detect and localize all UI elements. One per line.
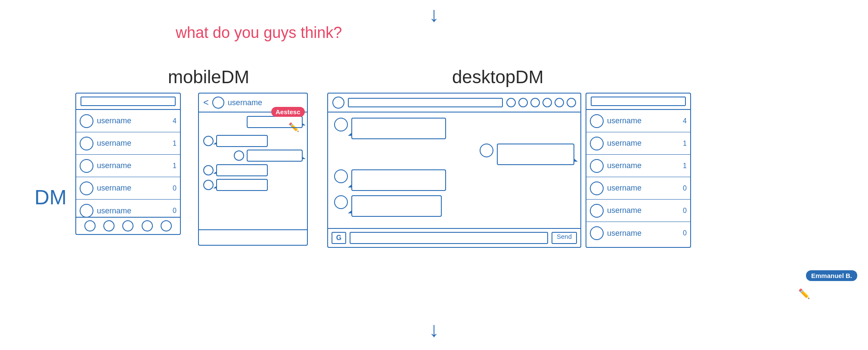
list-item[interactable]: username 1 [586, 155, 690, 177]
username-label: username [607, 184, 678, 193]
avatar [234, 150, 244, 161]
list-item[interactable]: username 4 [586, 110, 690, 132]
avatar [80, 137, 93, 150]
send-button[interactable]: Send [552, 232, 577, 244]
unread-count: 0 [682, 184, 687, 192]
username-label: username [97, 161, 168, 170]
avatar [590, 137, 604, 150]
avatar [590, 181, 604, 195]
message-row [334, 118, 574, 139]
header-icon[interactable] [530, 98, 540, 107]
emmanuel-badge: Emmanuel B. [806, 270, 857, 281]
page: ↓ what do you guys think? mobileDM deskt… [0, 0, 868, 350]
header-icon[interactable] [518, 98, 528, 107]
unread-count: 1 [171, 162, 177, 170]
unread-count: 4 [171, 117, 177, 125]
message-row [203, 135, 303, 147]
avatar [590, 226, 604, 240]
avatar [334, 169, 348, 183]
message-bubble [351, 169, 446, 191]
header-icon[interactable] [506, 98, 516, 107]
list-item[interactable]: username 1 [76, 155, 180, 177]
chat-messages-area: ✏️ [199, 112, 307, 194]
nav-icon[interactable] [142, 220, 153, 231]
list-item[interactable]: username 0 [586, 222, 690, 244]
message-bubble [351, 195, 442, 217]
list-item[interactable]: username 0 [586, 177, 690, 200]
mobile-footer-nav [76, 217, 180, 234]
message-row [203, 150, 303, 162]
message-bubble [247, 150, 303, 162]
unread-count: 1 [682, 162, 687, 170]
nav-icon[interactable] [103, 220, 115, 231]
chat-avatar [212, 97, 224, 109]
avatar [80, 204, 93, 218]
unread-count: 4 [682, 117, 687, 125]
unread-count: 1 [682, 140, 687, 147]
message-bubble [216, 179, 268, 191]
message-bubble [497, 144, 574, 165]
desktop-list-header [586, 94, 690, 110]
chat-input-bar[interactable] [199, 229, 307, 245]
message-input[interactable] [350, 232, 548, 244]
unread-count: 0 [682, 207, 687, 215]
list-item[interactable]: username 1 [76, 132, 180, 155]
header-icon[interactable] [567, 98, 576, 107]
back-button[interactable]: < [203, 97, 209, 108]
username-label: username [97, 206, 168, 216]
username-label: username [97, 139, 168, 148]
dm-label: DM [34, 185, 67, 209]
desktop-dm-title: desktopDM [452, 67, 543, 88]
message-bubble [216, 164, 268, 176]
unread-count: 1 [171, 140, 177, 147]
avatar [480, 144, 493, 157]
list-item[interactable]: username 1 [586, 132, 690, 155]
header-icon[interactable] [542, 98, 552, 107]
avatar [590, 159, 604, 173]
list-item[interactable]: username 4 [76, 110, 180, 132]
username-label: username [607, 116, 678, 125]
avatar [203, 136, 214, 146]
avatar [203, 180, 214, 190]
pencil-icon[interactable]: ✏️ [798, 288, 810, 300]
header-search-bar[interactable] [348, 98, 503, 107]
message-bubble [216, 135, 268, 147]
message-row [334, 144, 574, 165]
username-label: username [607, 161, 678, 170]
message-bubble [351, 118, 446, 139]
nav-icon[interactable] [122, 220, 133, 231]
avatar [590, 114, 604, 128]
avatar [203, 165, 214, 175]
username-label: username [607, 229, 678, 238]
g-button[interactable]: G [332, 232, 346, 244]
desktop-list-panel: username 4 username 1 username 1 usernam… [586, 93, 691, 248]
mobile-dm-title: mobileDM [168, 67, 249, 88]
aestesc-badge: Aestesc [271, 107, 305, 117]
chat-username: username [228, 98, 303, 107]
message-bubble [247, 116, 303, 128]
desktop-search-bar[interactable] [591, 97, 686, 106]
desktop-messages-area [328, 112, 580, 222]
avatar [332, 97, 344, 109]
desktop-chat-header [328, 94, 580, 112]
mobile-list-rows: username 4 username 1 username 1 usernam… [76, 110, 180, 222]
mobile-search-bar[interactable] [81, 97, 176, 106]
mobile-list-panel: username 4 username 1 username 1 usernam… [75, 93, 181, 235]
list-item[interactable]: username 0 [76, 177, 180, 200]
username-label: username [97, 184, 168, 193]
avatar [80, 159, 93, 173]
header-icon[interactable] [555, 98, 564, 107]
mobile-list-header [76, 94, 180, 110]
avatar [80, 181, 93, 195]
unread-count: 0 [171, 207, 177, 215]
nav-icon[interactable] [84, 220, 96, 231]
message-row [203, 179, 303, 191]
question-text: what do you guys think? [176, 24, 342, 42]
nav-icon[interactable] [161, 220, 172, 231]
message-row [334, 169, 574, 191]
unread-count: 0 [682, 229, 687, 237]
list-item[interactable]: username 0 [586, 200, 690, 222]
username-label: username [607, 139, 678, 148]
message-row [203, 164, 303, 176]
message-row [334, 195, 574, 217]
